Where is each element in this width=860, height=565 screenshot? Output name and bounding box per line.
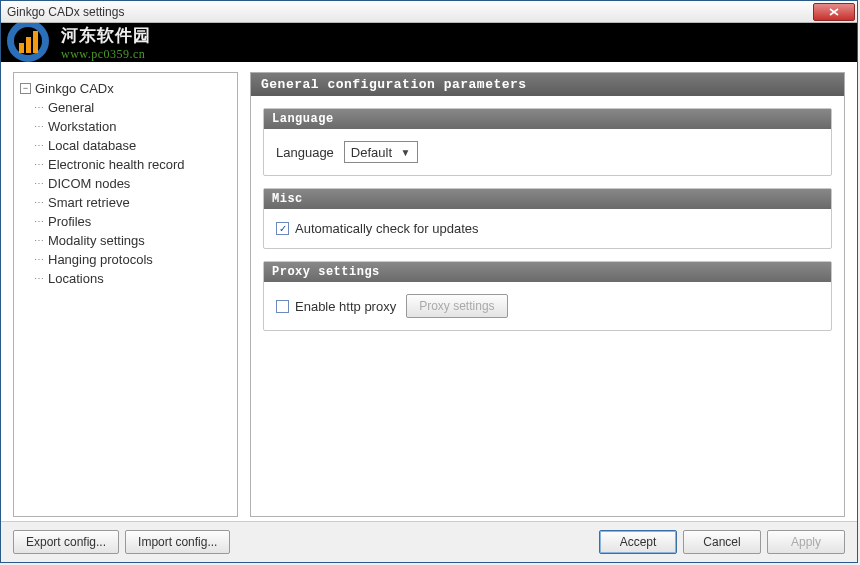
sidebar-item-label: General bbox=[48, 100, 94, 115]
settings-window: Ginkgo CADx settings 河东软件园 www.pc0359.cn… bbox=[0, 0, 858, 563]
tree-branch-icon: ⋯ bbox=[34, 197, 43, 208]
sidebar-item-dicom-nodes[interactable]: ⋯DICOM nodes bbox=[34, 174, 231, 193]
tree-root-label: Ginkgo CADx bbox=[35, 81, 114, 96]
sidebar-item-smart-retrieve[interactable]: ⋯Smart retrieve bbox=[34, 193, 231, 212]
accept-button[interactable]: Accept bbox=[599, 530, 677, 554]
sidebar-item-workstation[interactable]: ⋯Workstation bbox=[34, 117, 231, 136]
apply-button[interactable]: Apply bbox=[767, 530, 845, 554]
sidebar-item-label: Workstation bbox=[48, 119, 116, 134]
sidebar-item-label: Local database bbox=[48, 138, 136, 153]
sidebar-item-label: Hanging protocols bbox=[48, 252, 153, 267]
content-heading: General configuration parameters bbox=[251, 73, 844, 96]
export-config-button[interactable]: Export config... bbox=[13, 530, 119, 554]
tree-branch-icon: ⋯ bbox=[34, 273, 43, 284]
cancel-button[interactable]: Cancel bbox=[683, 530, 761, 554]
proxy-settings-button[interactable]: Proxy settings bbox=[406, 294, 507, 318]
auto-update-label: Automatically check for updates bbox=[295, 221, 479, 236]
tree-branch-icon: ⋯ bbox=[34, 102, 43, 113]
sidebar-item-label: DICOM nodes bbox=[48, 176, 130, 191]
window-title: Ginkgo CADx settings bbox=[7, 5, 813, 19]
sidebar-tree: − Ginkgo CADx ⋯General ⋯Workstation ⋯Loc… bbox=[13, 72, 238, 517]
section-title-proxy: Proxy settings bbox=[264, 262, 831, 282]
sidebar-item-profiles[interactable]: ⋯Profiles bbox=[34, 212, 231, 231]
enable-proxy-label: Enable http proxy bbox=[295, 299, 396, 314]
tree-branch-icon: ⋯ bbox=[34, 254, 43, 265]
language-section: Language Language Default ▼ bbox=[263, 108, 832, 176]
close-icon bbox=[829, 8, 839, 16]
tree-branch-icon: ⋯ bbox=[34, 235, 43, 246]
main-area: − Ginkgo CADx ⋯General ⋯Workstation ⋯Loc… bbox=[1, 62, 857, 521]
sidebar-item-label: Profiles bbox=[48, 214, 91, 229]
footer-bar: Export config... Import config... Accept… bbox=[1, 521, 857, 562]
sidebar-item-modality-settings[interactable]: ⋯Modality settings bbox=[34, 231, 231, 250]
logo-icon bbox=[5, 23, 55, 62]
chevron-down-icon: ▼ bbox=[398, 147, 413, 158]
tree-root-item[interactable]: − Ginkgo CADx bbox=[20, 79, 231, 98]
language-select[interactable]: Default ▼ bbox=[344, 141, 418, 163]
auto-update-checkbox[interactable]: ✓ bbox=[276, 222, 289, 235]
proxy-section: Proxy settings ✓ Enable http proxy Proxy… bbox=[263, 261, 832, 331]
tree-branch-icon: ⋯ bbox=[34, 121, 43, 132]
sidebar-item-local-database[interactable]: ⋯Local database bbox=[34, 136, 231, 155]
tree-branch-icon: ⋯ bbox=[34, 178, 43, 189]
sidebar-item-label: Locations bbox=[48, 271, 104, 286]
content-panel: General configuration parameters Languag… bbox=[250, 72, 845, 517]
sidebar-item-label: Smart retrieve bbox=[48, 195, 130, 210]
sidebar-item-locations[interactable]: ⋯Locations bbox=[34, 269, 231, 288]
enable-proxy-checkbox[interactable]: ✓ bbox=[276, 300, 289, 313]
sidebar-item-hanging-protocols[interactable]: ⋯Hanging protocols bbox=[34, 250, 231, 269]
misc-section: Misc ✓ Automatically check for updates bbox=[263, 188, 832, 249]
tree-branch-icon: ⋯ bbox=[34, 159, 43, 170]
sidebar-item-label: Electronic health record bbox=[48, 157, 185, 172]
language-label: Language bbox=[276, 145, 334, 160]
titlebar: Ginkgo CADx settings bbox=[1, 1, 857, 23]
collapse-icon[interactable]: − bbox=[20, 83, 31, 94]
banner-title: 河东软件园 bbox=[61, 24, 151, 47]
import-config-button[interactable]: Import config... bbox=[125, 530, 230, 554]
branding-banner: 河东软件园 www.pc0359.cn bbox=[1, 23, 857, 62]
close-button[interactable] bbox=[813, 3, 855, 21]
sidebar-item-general[interactable]: ⋯General bbox=[34, 98, 231, 117]
tree-branch-icon: ⋯ bbox=[34, 216, 43, 227]
sidebar-item-ehr[interactable]: ⋯Electronic health record bbox=[34, 155, 231, 174]
sidebar-item-label: Modality settings bbox=[48, 233, 145, 248]
tree-branch-icon: ⋯ bbox=[34, 140, 43, 151]
section-title-misc: Misc bbox=[264, 189, 831, 209]
banner-url: www.pc0359.cn bbox=[61, 47, 151, 62]
language-value: Default bbox=[351, 145, 392, 160]
section-title-language: Language bbox=[264, 109, 831, 129]
